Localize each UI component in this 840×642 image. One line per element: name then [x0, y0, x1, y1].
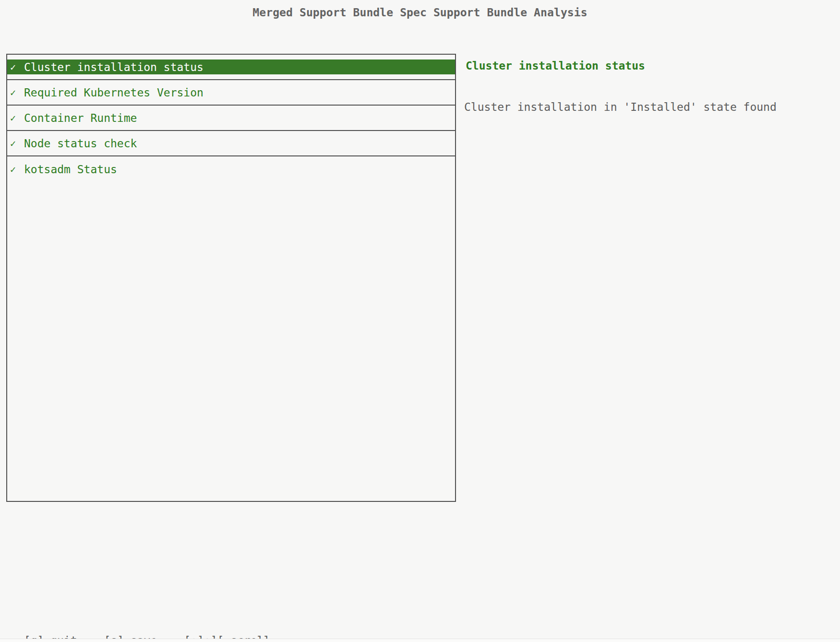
analyzer-list-item[interactable]: ✓ kotsadm Status — [7, 156, 455, 182]
check-icon: ✓ — [7, 62, 24, 72]
check-icon: ✓ — [7, 88, 24, 97]
analyzer-item-label: Required Kubernetes Version — [24, 86, 204, 99]
check-icon: ✓ — [7, 139, 24, 148]
analyzer-item-label: Container Runtime — [24, 112, 137, 124]
detail-panel-message: Cluster installation in 'Installed' stat… — [464, 101, 777, 113]
page-title: Merged Support Bundle Spec Support Bundl… — [0, 6, 840, 19]
analyzer-row-bar: ✓ Container Runtime — [7, 110, 455, 125]
check-icon: ✓ — [7, 113, 24, 123]
analyzer-item-label: Cluster installation status — [24, 61, 204, 73]
analyzer-row-bar: ✓ Node status check — [7, 136, 455, 151]
window-bottom-edge — [0, 639, 840, 642]
analyzer-row-bar: ✓ kotsadm Status — [7, 162, 455, 177]
analyzer-list-item[interactable]: ✓ Cluster installation status — [7, 55, 455, 80]
detail-panel-title: Cluster installation status — [466, 59, 645, 72]
analyzer-list-item[interactable]: ✓ Node status check — [7, 131, 455, 156]
analyzer-row-bar: ✓ Required Kubernetes Version — [7, 85, 455, 100]
analyzer-list-item[interactable]: ✓ Container Runtime — [7, 106, 455, 131]
analyzer-list-item[interactable]: ✓ Required Kubernetes Version — [7, 80, 455, 106]
analyzer-list[interactable]: ✓ Cluster installation status ✓ Required… — [6, 54, 456, 502]
analyzer-item-label: Node status check — [24, 137, 137, 150]
analyzer-item-label: kotsadm Status — [24, 163, 117, 176]
check-icon: ✓ — [7, 165, 24, 174]
analyzer-row-bar: ✓ Cluster installation status — [7, 59, 455, 74]
